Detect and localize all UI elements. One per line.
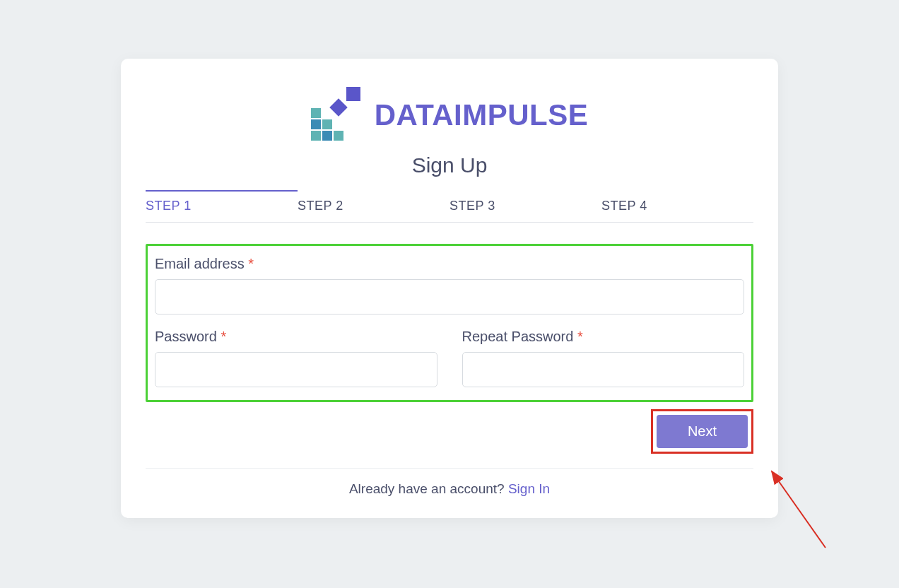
email-label-text: Email address bbox=[155, 256, 245, 271]
page-title: Sign Up bbox=[146, 153, 753, 177]
tab-step-3[interactable]: STEP 3 bbox=[450, 190, 601, 222]
logo-row: DATAIMPULSE bbox=[146, 87, 753, 143]
password-label-text: Password bbox=[155, 329, 217, 344]
button-row: Next bbox=[146, 409, 753, 454]
tab-step-2[interactable]: STEP 2 bbox=[298, 190, 450, 222]
required-mark: * bbox=[248, 256, 254, 271]
password-label: Password * bbox=[155, 329, 437, 345]
brand-name: DATAIMPULSE bbox=[375, 98, 589, 132]
logo-mark-icon bbox=[311, 87, 362, 143]
password-row: Password * Repeat Password * bbox=[155, 329, 744, 387]
repeat-password-label: Repeat Password * bbox=[462, 329, 745, 345]
password-input[interactable] bbox=[155, 352, 437, 387]
password-field-group: Password * bbox=[155, 329, 437, 387]
step-tabs: STEP 1 STEP 2 STEP 3 STEP 4 bbox=[146, 190, 753, 223]
signin-row: Already have an account? Sign In bbox=[146, 481, 753, 497]
email-label: Email address * bbox=[155, 256, 744, 272]
form-highlight-box: Email address * Password * Repeat Passwo… bbox=[146, 244, 753, 402]
repeat-password-input[interactable] bbox=[462, 352, 745, 387]
brand-logo: DATAIMPULSE bbox=[311, 87, 589, 143]
tab-step-1[interactable]: STEP 1 bbox=[146, 190, 298, 222]
already-text: Already have an account? bbox=[349, 481, 508, 496]
svg-line-1 bbox=[772, 471, 825, 548]
required-mark: * bbox=[577, 329, 583, 344]
divider bbox=[146, 468, 753, 469]
repeat-password-field-group: Repeat Password * bbox=[462, 329, 745, 387]
next-button[interactable]: Next bbox=[657, 415, 748, 448]
next-button-callout: Next bbox=[651, 409, 753, 454]
signin-link[interactable]: Sign In bbox=[508, 481, 550, 496]
tab-step-4[interactable]: STEP 4 bbox=[601, 190, 753, 222]
required-mark: * bbox=[221, 329, 226, 344]
repeat-password-label-text: Repeat Password bbox=[462, 329, 574, 344]
email-input[interactable] bbox=[155, 279, 744, 314]
email-field-group: Email address * bbox=[155, 256, 744, 314]
signup-card: DATAIMPULSE Sign Up STEP 1 STEP 2 STEP 3… bbox=[121, 59, 778, 518]
